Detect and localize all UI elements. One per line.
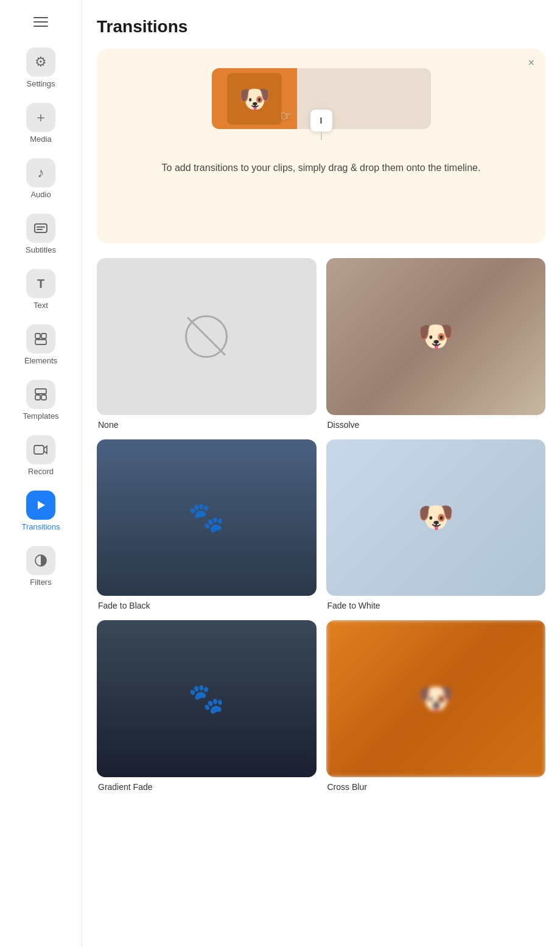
sidebar-item-filters[interactable]: Filters — [0, 540, 82, 593]
svg-rect-8 — [41, 395, 46, 400]
svg-rect-6 — [35, 389, 46, 394]
media-icon: ＋ — [26, 103, 55, 132]
svg-rect-2 — [37, 229, 43, 230]
svg-rect-3 — [35, 334, 40, 338]
hamburger-button[interactable] — [26, 10, 55, 34]
svg-rect-0 — [35, 224, 47, 232]
clip-left: 🐶 ☞ — [212, 68, 297, 129]
fade-white-visual: 🐶 — [326, 439, 546, 596]
svg-rect-9 — [34, 446, 44, 454]
svg-marker-10 — [38, 501, 45, 509]
banner-instruction-text: To add transitions to your clips, simply… — [162, 161, 481, 176]
svg-rect-1 — [37, 226, 45, 228]
transition-label-cross-blur: Cross Blur — [326, 782, 546, 792]
transition-label-fade-white: Fade to White — [326, 601, 546, 610]
sidebar-item-settings[interactable]: ⚙ Settings — [0, 41, 82, 94]
sidebar-label-audio: Audio — [30, 190, 51, 199]
sidebar-item-media[interactable]: ＋ Media — [0, 97, 82, 150]
cursor-icon: ☞ — [280, 108, 292, 124]
record-icon — [26, 435, 55, 464]
transition-card-gradient-fade[interactable]: 🐾 Gradient Fade — [97, 620, 317, 792]
transition-thumb-none — [97, 258, 317, 415]
cross-blur-visual: 🐶 — [326, 620, 546, 777]
sidebar-label-transitions: Transitions — [21, 522, 60, 531]
svg-rect-7 — [35, 395, 40, 400]
elements-icon — [26, 324, 55, 354]
transition-card-fade-white[interactable]: 🐶 Fade to White — [326, 439, 546, 611]
sidebar-label-templates: Templates — [23, 411, 58, 421]
fade-black-visual: 🐾 — [97, 439, 317, 596]
transitions-grid: None 🐶 Dissolve 🐾 Fade to Black 🐶 Fade t… — [97, 258, 545, 792]
sidebar-label-subtitles: Subtitles — [26, 245, 56, 254]
none-icon — [185, 315, 228, 358]
sidebar: ⚙ Settings ＋ Media ♪ Audio Subtitles T T… — [0, 0, 82, 947]
sidebar-item-templates[interactable]: Templates — [0, 374, 82, 427]
transition-label-dissolve: Dissolve — [326, 420, 546, 430]
main-content: Transitions × 🐶 ☞ I To add transitions t… — [82, 0, 560, 947]
sidebar-label-record: Record — [28, 467, 54, 476]
sidebar-item-elements[interactable]: Elements — [0, 318, 82, 371]
svg-rect-4 — [41, 334, 46, 338]
dog-thumbnail: 🐶 — [227, 73, 282, 125]
transition-label-fade-black: Fade to Black — [97, 601, 317, 610]
transition-thumb-dissolve: 🐶 — [326, 258, 546, 415]
transition-label-gradient-fade: Gradient Fade — [97, 782, 317, 792]
subtitles-icon — [26, 214, 55, 243]
transition-card-dissolve[interactable]: 🐶 Dissolve — [326, 258, 546, 430]
sidebar-item-subtitles[interactable]: Subtitles — [0, 208, 82, 260]
transition-card-none[interactable]: None — [97, 258, 317, 430]
banner-close-button[interactable]: × — [528, 57, 534, 68]
sidebar-label-media: Media — [30, 135, 51, 144]
transition-thumb-fade-white: 🐶 — [326, 439, 546, 596]
dissolve-visual: 🐶 — [326, 258, 546, 415]
svg-rect-5 — [35, 340, 46, 344]
transition-label-none: None — [97, 420, 317, 430]
audio-icon: ♪ — [26, 158, 55, 187]
timeline-preview: 🐶 ☞ I — [109, 68, 533, 129]
sidebar-label-text: Text — [33, 301, 48, 310]
sidebar-item-audio[interactable]: ♪ Audio — [0, 152, 82, 205]
sidebar-item-text[interactable]: T Text — [0, 263, 82, 316]
transition-marker: I — [310, 110, 332, 140]
settings-icon: ⚙ — [26, 47, 55, 77]
sidebar-item-record[interactable]: Record — [0, 429, 82, 482]
instruction-banner: × 🐶 ☞ I To add transitions to your clips… — [97, 49, 545, 243]
sidebar-item-transitions[interactable]: Transitions — [0, 484, 82, 537]
page-title: Transitions — [97, 17, 545, 37]
transition-thumb-fade-black: 🐾 — [97, 439, 317, 596]
sidebar-label-filters: Filters — [30, 578, 51, 587]
transition-button-preview: I — [310, 110, 332, 131]
filters-icon — [26, 546, 55, 575]
transition-thumb-gradient-fade: 🐾 — [97, 620, 317, 777]
transition-card-fade-black[interactable]: 🐾 Fade to Black — [97, 439, 317, 611]
sidebar-label-elements: Elements — [24, 356, 57, 365]
sidebar-label-settings: Settings — [27, 79, 55, 88]
text-icon: T — [26, 269, 55, 298]
gradient-fade-visual: 🐾 — [97, 620, 317, 777]
transition-card-cross-blur[interactable]: 🐶 Cross Blur — [326, 620, 546, 792]
transition-thumb-cross-blur: 🐶 — [326, 620, 546, 777]
transitions-icon — [26, 491, 55, 520]
transition-connector — [321, 131, 322, 140]
templates-icon — [26, 380, 55, 409]
